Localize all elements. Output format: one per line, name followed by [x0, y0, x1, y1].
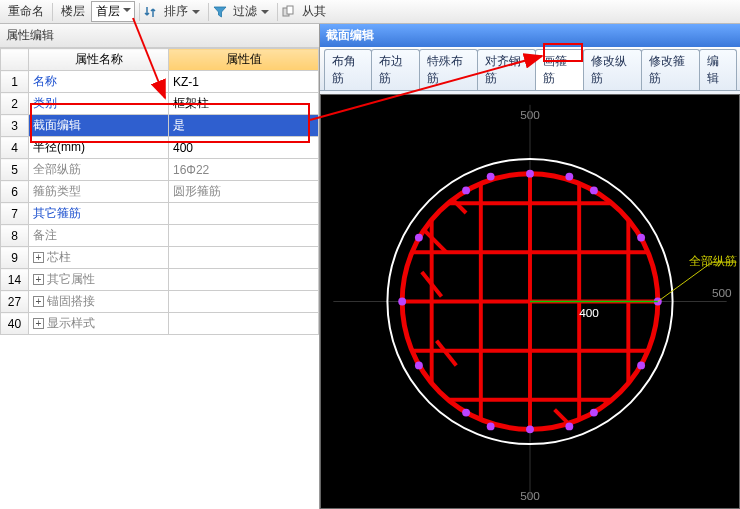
- tick-right: 500: [712, 286, 732, 300]
- table-row[interactable]: 14+其它属性: [1, 269, 319, 291]
- expand-icon[interactable]: +: [33, 318, 44, 329]
- svg-point-36: [565, 422, 573, 430]
- property-pane-title: 属性编辑: [0, 24, 319, 48]
- svg-line-18: [437, 341, 457, 366]
- svg-rect-1: [287, 6, 293, 14]
- svg-point-30: [398, 298, 406, 306]
- tab-draw-stirrup[interactable]: 画箍筋: [535, 49, 583, 90]
- property-pane: 属性编辑 属性名称 属性值 1名称KZ-1 2类别框架柱 3截面编辑是 4半径(…: [0, 24, 320, 509]
- floor-dropdown[interactable]: 首层: [91, 1, 135, 22]
- svg-point-23: [637, 234, 645, 242]
- sort-button[interactable]: 排序: [160, 1, 204, 22]
- svg-point-25: [637, 361, 645, 369]
- table-row[interactable]: 1名称KZ-1: [1, 71, 319, 93]
- table-row[interactable]: 8备注: [1, 225, 319, 247]
- svg-point-21: [526, 170, 534, 178]
- svg-point-26: [590, 409, 598, 417]
- tab-edge-rebar[interactable]: 布边筋: [371, 49, 419, 90]
- svg-point-28: [462, 409, 470, 417]
- tab-edit[interactable]: 编辑: [699, 49, 737, 90]
- copy-from-icon: [282, 5, 296, 19]
- sort-icon: [144, 5, 158, 19]
- col-value: 属性值: [169, 49, 319, 71]
- floor-label: 楼层: [57, 1, 89, 22]
- tab-align-rebar[interactable]: 对齐钢筋: [477, 49, 536, 90]
- tab-corner-rebar[interactable]: 布角筋: [324, 49, 372, 90]
- svg-line-16: [422, 228, 447, 253]
- tab-modify-stirrup[interactable]: 修改箍筋: [641, 49, 700, 90]
- table-row[interactable]: 40+显示样式: [1, 313, 319, 335]
- tab-modify-longitudinal[interactable]: 修改纵筋: [583, 49, 642, 90]
- svg-point-35: [487, 422, 495, 430]
- rebar-callout-label: 全部纵筋: [689, 253, 737, 270]
- section-editor-pane: 截面编辑 布角筋 布边筋 特殊布筋 对齐钢筋 画箍筋 修改纵筋 修改箍筋 编辑 …: [320, 24, 740, 509]
- table-row[interactable]: 6箍筋类型圆形箍筋: [1, 181, 319, 203]
- table-row[interactable]: 5全部纵筋16Φ22: [1, 159, 319, 181]
- section-editor-title: 截面编辑: [320, 24, 740, 47]
- col-rownum: [1, 49, 29, 71]
- table-row[interactable]: 27+锚固搭接: [1, 291, 319, 313]
- expand-icon[interactable]: +: [33, 296, 44, 307]
- table-row[interactable]: 7其它箍筋: [1, 203, 319, 225]
- filter-button[interactable]: 过滤: [229, 1, 273, 22]
- svg-point-31: [415, 234, 423, 242]
- table-row[interactable]: 9+芯柱: [1, 247, 319, 269]
- property-table[interactable]: 属性名称 属性值 1名称KZ-1 2类别框架柱 3截面编辑是 4半径(mm)40…: [0, 48, 319, 335]
- svg-point-29: [415, 361, 423, 369]
- copy-from-button[interactable]: 从其: [298, 1, 330, 22]
- table-row[interactable]: 4半径(mm)400: [1, 137, 319, 159]
- svg-point-22: [590, 186, 598, 194]
- svg-point-33: [487, 173, 495, 181]
- top-toolbar: 重命名 楼层 首层 排序 过滤 从其: [0, 0, 740, 24]
- svg-point-34: [565, 173, 573, 181]
- expand-icon[interactable]: +: [33, 252, 44, 263]
- radius-label: 400: [579, 306, 599, 320]
- filter-icon: [213, 5, 227, 19]
- section-viewport[interactable]: 500 500 500: [320, 94, 740, 509]
- svg-point-27: [526, 425, 534, 433]
- table-row[interactable]: 2类别框架柱: [1, 93, 319, 115]
- table-row-selected[interactable]: 3截面编辑是: [1, 115, 319, 137]
- tab-special-rebar[interactable]: 特殊布筋: [419, 49, 478, 90]
- col-name: 属性名称: [29, 49, 169, 71]
- svg-point-32: [462, 186, 470, 194]
- tab-bar: 布角筋 布边筋 特殊布筋 对齐钢筋 画箍筋 修改纵筋 修改箍筋 编辑: [320, 47, 740, 91]
- rename-button[interactable]: 重命名: [4, 1, 48, 22]
- expand-icon[interactable]: +: [33, 274, 44, 285]
